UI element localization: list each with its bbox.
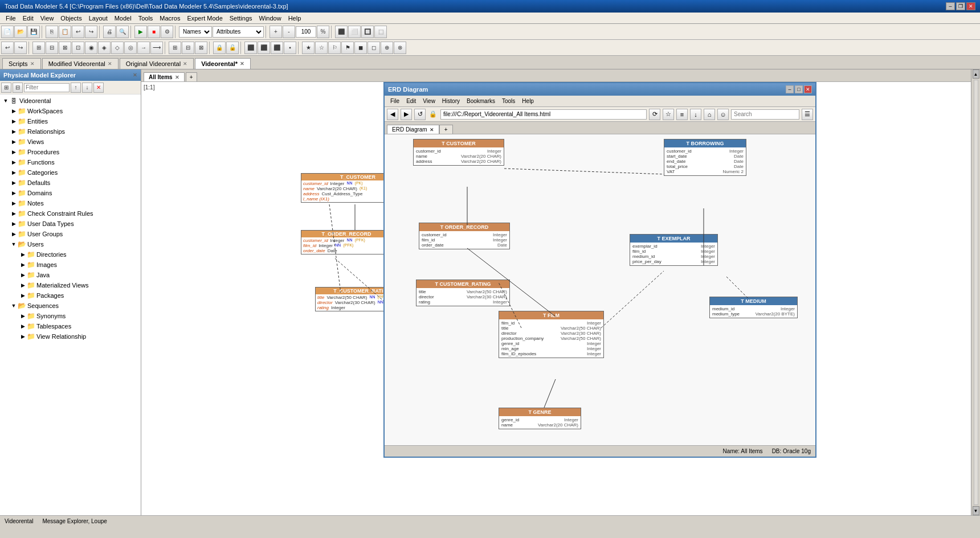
- minimize-button[interactable]: –: [946, 2, 955, 10]
- erd-table-t-customer-rating[interactable]: T CUSTOMER_RATING titleVarchar2(50 CHAR)…: [416, 280, 510, 306]
- tb2-btn8[interactable]: ◈: [98, 42, 111, 54]
- tb2-extra3[interactable]: ⚐: [328, 42, 341, 54]
- copy-button[interactable]: ⎘: [46, 26, 58, 38]
- tab-scripts-close[interactable]: ✕: [30, 61, 35, 67]
- erd-refresh-button[interactable]: ⟳: [649, 109, 660, 120]
- erd-menu-file[interactable]: File: [387, 97, 403, 105]
- erd-home-button[interactable]: ⌂: [704, 109, 715, 120]
- tb2-lock1[interactable]: 🔒: [213, 42, 226, 54]
- expand-functions[interactable]: ▶: [10, 159, 17, 166]
- menu-edit[interactable]: Edit: [19, 14, 37, 23]
- tree-item-packages[interactable]: ▶ 📁 Packages: [1, 290, 140, 301]
- explorer-close-button[interactable]: ✕: [133, 72, 137, 78]
- tb2-align4[interactable]: ▪: [284, 42, 296, 54]
- tree-container[interactable]: ▼ 🗄 Videorental ▶ 📁 WorkSpaces ▶ 📁 Entit…: [0, 95, 141, 515]
- tb2-btn1[interactable]: ↩: [1, 42, 14, 54]
- tb2-align3[interactable]: ⬛: [271, 42, 283, 54]
- redo-button[interactable]: ↪: [85, 26, 97, 38]
- tb2-grid2[interactable]: ⊟: [182, 42, 194, 54]
- tb2-grid1[interactable]: ⊞: [169, 42, 181, 54]
- zoom-out-button[interactable]: -: [283, 26, 295, 38]
- erd-reload-button[interactable]: ↺: [414, 109, 426, 120]
- erd-tab-close[interactable]: ✕: [430, 127, 434, 133]
- menu-model[interactable]: Model: [111, 14, 135, 23]
- run-button[interactable]: ▶: [134, 26, 147, 38]
- tree-item-workspaces[interactable]: ▶ 📁 WorkSpaces: [1, 106, 140, 116]
- erd-search-input[interactable]: [731, 109, 799, 120]
- tab-videorental[interactable]: Videorental* ✕: [195, 58, 251, 69]
- menu-window[interactable]: Window: [256, 14, 285, 23]
- erd-menu-tools[interactable]: Tools: [499, 97, 518, 105]
- filter-down-button[interactable]: ↓: [82, 83, 92, 93]
- erd-table-t-medium[interactable]: T MEDIUM medium_idInteger medium_typeVar…: [709, 297, 798, 318]
- expand-packages[interactable]: ▶: [19, 292, 26, 299]
- zoom-input[interactable]: [296, 26, 316, 38]
- explorer-collapse-all[interactable]: ⊟: [13, 83, 23, 93]
- expand-materialized-views[interactable]: ▶: [19, 282, 26, 289]
- tree-item-procedures[interactable]: ▶ 📁 Procedures: [1, 147, 140, 157]
- erd-minimize-button[interactable]: –: [786, 85, 794, 93]
- restore-button[interactable]: ❐: [956, 2, 965, 10]
- tb2-extra1[interactable]: ★: [302, 42, 315, 54]
- tb2-extra6[interactable]: ◻: [368, 42, 380, 54]
- tree-item-check-constraints[interactable]: ▶ 📁 Check Constraint Rules: [1, 208, 140, 219]
- expand-directories[interactable]: ▶: [19, 251, 26, 258]
- tab-videorental-close[interactable]: ✕: [240, 61, 244, 67]
- expand-tablespaces[interactable]: ▶: [19, 323, 26, 330]
- tb2-btn6[interactable]: ⊡: [72, 42, 84, 54]
- menu-macros[interactable]: Macros: [156, 14, 183, 23]
- expand-root[interactable]: ▼: [2, 97, 9, 104]
- url-input[interactable]: [440, 109, 647, 120]
- tree-item-images[interactable]: ▶ 📁 Images: [1, 260, 140, 270]
- erd-menu-button[interactable]: ☰: [802, 109, 813, 120]
- diagram-area[interactable]: All Items ✕ + [1:1]: [141, 69, 971, 515]
- tb2-btn12[interactable]: ⟶: [150, 42, 163, 54]
- find-button[interactable]: 🔍: [116, 26, 129, 38]
- tb2-extra2[interactable]: ☆: [315, 42, 328, 54]
- debug-button[interactable]: ⚙: [161, 26, 173, 38]
- tb2-extra5[interactable]: ◼: [354, 42, 367, 54]
- erd-forward-button[interactable]: ▶: [401, 109, 412, 120]
- erd-close-button[interactable]: ✕: [804, 85, 812, 93]
- erd-menu-help[interactable]: Help: [518, 97, 537, 105]
- names-select[interactable]: Names: [179, 26, 212, 38]
- print-button[interactable]: 🖨: [103, 26, 116, 38]
- tree-item-notes[interactable]: ▶ 📁 Notes: [1, 198, 140, 208]
- tree-item-materialized-views[interactable]: ▶ 📁 Materialized Views: [1, 280, 140, 290]
- expand-view-relationship[interactable]: ▶: [19, 333, 26, 340]
- tree-item-domains[interactable]: ▶ 📁 Domains: [1, 188, 140, 198]
- tb2-extra7[interactable]: ⊕: [381, 42, 393, 54]
- erd-star-button[interactable]: ☆: [663, 109, 674, 120]
- table-t-order-record[interactable]: T_ORDER_RECORD customer_idIntegerNN(PFK)…: [301, 230, 392, 254]
- zoom-in-button[interactable]: +: [270, 26, 282, 38]
- tb2-align1[interactable]: ⬛: [244, 42, 257, 54]
- tb2-align2[interactable]: ⬛: [258, 42, 270, 54]
- erd-download-button[interactable]: ↓: [690, 109, 701, 120]
- tree-item-entities[interactable]: ▶ 📁 Entities: [1, 116, 140, 126]
- scroll-down-button[interactable]: ▼: [973, 506, 979, 515]
- expand-workspaces[interactable]: ▶: [10, 108, 17, 114]
- expand-sequences[interactable]: ▼: [10, 302, 17, 309]
- erd-tab-add[interactable]: +: [439, 125, 453, 134]
- expand-java[interactable]: ▶: [19, 272, 26, 278]
- tree-root-videorental[interactable]: ▼ 🗄 Videorental: [1, 96, 140, 106]
- menu-help[interactable]: Help: [285, 14, 305, 23]
- diagram-canvas[interactable]: [1:1] T_CUSTOMER customer_id: [141, 82, 971, 515]
- right-sidebar-scrollbar[interactable]: ▲ ▼: [971, 69, 980, 515]
- erd-menu-view[interactable]: View: [419, 97, 439, 105]
- erd-emoji-button[interactable]: ☺: [717, 109, 729, 120]
- expand-user-data-types[interactable]: ▶: [10, 220, 17, 227]
- menu-tools[interactable]: Tools: [135, 14, 157, 23]
- erd-menu-history[interactable]: History: [439, 97, 463, 105]
- menu-file[interactable]: File: [2, 14, 19, 23]
- tree-item-views[interactable]: ▶ 📁 Views: [1, 137, 140, 147]
- menu-settings[interactable]: Settings: [226, 14, 256, 23]
- tree-item-user-data-types[interactable]: ▶ 📁 User Data Types: [1, 219, 140, 229]
- erd-reader-button[interactable]: ≡: [676, 109, 688, 120]
- tree-item-relationships[interactable]: ▶ 📁 Relationships: [1, 126, 140, 137]
- tab-all-items-close[interactable]: ✕: [175, 75, 179, 80]
- erd-tab-diagram[interactable]: ERD Diagram ✕: [387, 125, 439, 134]
- right-scroll-track[interactable]: [974, 80, 978, 505]
- expand-synonyms[interactable]: ▶: [19, 313, 26, 319]
- toolbar-btn-extra3[interactable]: 🔲: [361, 26, 374, 38]
